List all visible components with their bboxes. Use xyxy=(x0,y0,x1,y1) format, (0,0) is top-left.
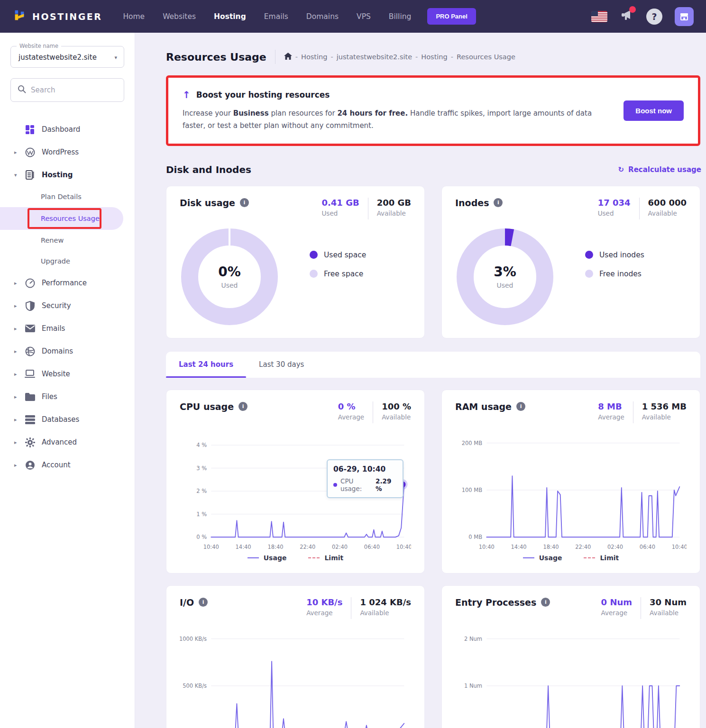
svg-text:4 %: 4 % xyxy=(196,441,207,448)
wordpress-icon xyxy=(25,147,35,157)
ram-usage-chart[interactable]: 0 MB100 MB200 MB10:4014:4018:4022:4002:4… xyxy=(455,426,687,553)
disk-available-value: 200 GB xyxy=(377,198,411,208)
nav-item-websites[interactable]: Websites xyxy=(163,12,196,21)
sidebar-item-advanced[interactable]: ▸ Advanced xyxy=(0,431,135,454)
disk-donut-chart: 0% Used xyxy=(180,227,279,327)
nav-right-icons: ? xyxy=(591,7,694,26)
sidebar-item-emails[interactable]: ▸ Emails xyxy=(0,317,135,340)
sidebar-item-performance[interactable]: ▸ Performance xyxy=(0,272,135,294)
disk-usage-card: Disk usage i 0.41 GB Used 200 GB Availab… xyxy=(166,186,425,338)
tab-last-24-hours[interactable]: Last 24 hours xyxy=(166,352,246,378)
entry-available-value: 30 Num xyxy=(650,597,687,607)
charts-row-2: I/O i 10 KB/s Average 1 024 KB/s Availab… xyxy=(166,585,700,728)
tab-last-30-days[interactable]: Last 30 days xyxy=(246,352,317,378)
ram-usage-title: RAM usage xyxy=(455,401,512,412)
help-icon[interactable]: ? xyxy=(646,9,662,25)
info-icon[interactable]: i xyxy=(541,598,550,607)
sidebar-item-wordpress[interactable]: ▸ WordPress xyxy=(0,141,135,164)
page-title: Resources Usage xyxy=(166,51,266,63)
sidebar-item-dashboard[interactable]: Dashboard xyxy=(0,118,135,141)
used-space-dot xyxy=(310,251,318,259)
svg-text:0 MB: 0 MB xyxy=(468,533,482,540)
website-selector[interactable]: Website name justatestwebsite2.site ▾ xyxy=(10,46,124,68)
svg-text:14:40: 14:40 xyxy=(511,543,527,550)
sidebar-item-label: Databases xyxy=(42,415,79,424)
banner-body: Increase your Business plan resources fo… xyxy=(183,107,605,132)
recalculate-usage-link[interactable]: ↻ Recalculate usage xyxy=(618,165,702,174)
info-icon[interactable]: i xyxy=(238,402,248,411)
svg-text:10:40: 10:40 xyxy=(479,543,495,550)
sidebar-item-account[interactable]: ▸ Account xyxy=(0,454,135,476)
free-inodes-dot xyxy=(585,270,593,278)
breadcrumb-hosting[interactable]: Hosting xyxy=(301,53,327,61)
chevron-down-icon: ▾ xyxy=(14,172,25,178)
io-chart[interactable]: 0 KB/s500 KB/s1000 KB/s10:4014:4018:4022… xyxy=(180,622,411,728)
svg-text:500 KB/s: 500 KB/s xyxy=(183,682,207,689)
cpu-chart-legend: Usage Limit xyxy=(180,554,411,562)
breadcrumb-hosting-2[interactable]: Hosting xyxy=(421,53,447,61)
breadcrumb-resources-usage[interactable]: Resources Usage xyxy=(457,53,515,61)
nav-item-hosting[interactable]: Hosting xyxy=(214,12,246,21)
io-available-value: 1 024 KB/s xyxy=(360,597,411,607)
info-icon[interactable]: i xyxy=(516,402,525,411)
chevron-down-icon: ▾ xyxy=(114,55,117,61)
breadcrumb-site[interactable]: justatestwebsite2.site xyxy=(337,53,412,61)
store-icon[interactable] xyxy=(675,7,694,26)
sidebar-search[interactable] xyxy=(10,78,124,102)
sidebar-item-website[interactable]: ▸ Website xyxy=(0,363,135,385)
sidebar-subitem-upgrade[interactable]: Upgrade xyxy=(0,251,135,272)
cpu-usage-title: CPU usage xyxy=(180,401,234,412)
brand-name: HOSTINGER xyxy=(32,11,102,22)
svg-text:2 %: 2 % xyxy=(196,487,207,494)
boost-banner: ↑ Boost your hosting resources Increase … xyxy=(168,78,698,144)
svg-text:18:40: 18:40 xyxy=(267,543,283,550)
nav-item-billing[interactable]: Billing xyxy=(389,12,412,21)
free-space-dot xyxy=(310,270,318,278)
announcements-icon[interactable] xyxy=(620,9,634,24)
charts-row-1: CPU usage i 0 % Average 100 % Available … xyxy=(166,390,700,573)
nav-item-vps[interactable]: VPS xyxy=(357,12,371,21)
info-icon[interactable]: i xyxy=(199,598,208,607)
entry-processes-chart[interactable]: 0 Num1 Num2 Num10:4014:4018:4022:4002:40… xyxy=(455,622,687,728)
io-average-value: 10 KB/s xyxy=(306,597,342,607)
pro-panel-button[interactable]: PRO Panel xyxy=(427,8,476,25)
svg-text:18:40: 18:40 xyxy=(543,543,559,550)
sidebar-subitem-renew[interactable]: Renew xyxy=(0,230,135,251)
nav-item-home[interactable]: Home xyxy=(123,12,145,21)
sidebar-item-files[interactable]: ▸ Files xyxy=(0,385,135,408)
annotation-red-box-banner: ↑ Boost your hosting resources Increase … xyxy=(166,75,700,146)
sidebar-subitem-plan-details[interactable]: Plan Details xyxy=(0,186,135,207)
svg-text:02:40: 02:40 xyxy=(332,543,348,550)
info-icon[interactable]: i xyxy=(494,198,503,207)
inodes-donut-chart: 3% Used xyxy=(455,227,555,327)
sidebar-subitem-resources-usage[interactable]: Resources Usage xyxy=(0,207,123,230)
arrow-up-icon: ↑ xyxy=(183,89,191,100)
time-range-tabs: Last 24 hours Last 30 days xyxy=(166,352,700,378)
disk-percent: 0% xyxy=(218,264,241,280)
usage-line-icon xyxy=(248,557,259,558)
search-input[interactable] xyxy=(31,86,117,94)
sidebar-item-hosting[interactable]: ▾ Hosting xyxy=(0,164,135,186)
ram-chart-legend: Usage Limit xyxy=(455,554,687,562)
boost-now-button[interactable]: Boost now xyxy=(623,100,684,121)
sidebar-item-security[interactable]: ▸ Security xyxy=(0,294,135,317)
ram-average-value: 8 MB xyxy=(598,401,624,411)
used-inodes-dot xyxy=(585,251,593,259)
info-icon[interactable]: i xyxy=(240,198,249,207)
cpu-available-value: 100 % xyxy=(382,401,411,411)
laptop-icon xyxy=(25,369,35,379)
nav-item-emails[interactable]: Emails xyxy=(264,12,288,21)
language-flag-icon[interactable] xyxy=(591,11,607,22)
home-icon[interactable] xyxy=(284,53,292,62)
svg-text:100 MB: 100 MB xyxy=(462,486,482,493)
nav-item-domains[interactable]: Domains xyxy=(306,12,339,21)
svg-text:14:40: 14:40 xyxy=(236,543,251,550)
entry-average-value: 0 Num xyxy=(601,597,632,607)
sidebar-item-databases[interactable]: ▸ Databases xyxy=(0,408,135,431)
brand[interactable]: HOSTINGER xyxy=(12,9,102,25)
envelope-icon xyxy=(25,323,35,334)
ram-usage-card: RAM usage i 8 MB Average 1 536 MB Availa… xyxy=(441,390,700,573)
sidebar-item-label: Advanced xyxy=(42,438,77,446)
inodes-title: Inodes xyxy=(455,198,489,208)
sidebar-item-domains[interactable]: ▸ Domains xyxy=(0,340,135,363)
